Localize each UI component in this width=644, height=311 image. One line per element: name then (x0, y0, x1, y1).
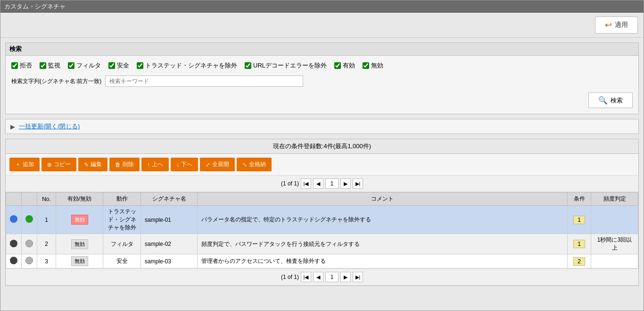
status-dot-blue (10, 215, 17, 223)
search-button[interactable]: 🔍 検索 (588, 92, 633, 108)
down-label: 下へ (181, 160, 192, 168)
next-page-button-bottom[interactable]: ▶ (340, 272, 351, 282)
search-row: 検索文字列(シグネチャ名:前方一致) (11, 76, 633, 87)
row1-condition: 1 (568, 206, 591, 234)
top-bar: ↩ 適用 (0, 13, 644, 38)
expand-all-button[interactable]: ⤢ 全展開 (200, 158, 235, 171)
row3-enable[interactable]: 無効 (56, 254, 103, 269)
checkbox-disabled-input[interactable] (363, 62, 369, 69)
bulk-update-arrow-icon: ▶ (10, 123, 15, 130)
bulk-update-label[interactable]: 一括更新(開く/閉じる) (19, 122, 80, 131)
checkbox-url-decode[interactable]: URLデコードエラーを除外 (245, 61, 327, 70)
first-page-button-bottom[interactable]: |◀ (301, 272, 311, 282)
checkbox-trusted[interactable]: トラステッド・シグネチャを除外 (137, 61, 237, 70)
prev-page-button-top[interactable]: ◀ (313, 178, 323, 189)
expand-label: 全展開 (212, 160, 229, 168)
last-page-button-bottom[interactable]: ▶| (353, 272, 363, 282)
checkbox-reject[interactable]: 拒否 (11, 61, 32, 70)
row2-action: フィルタ (103, 234, 141, 254)
bottom-page-info: (1 of 1) (281, 274, 299, 280)
add-button[interactable]: ＋ 追加 (9, 158, 40, 171)
table-panel: 現在の条件登録数:4件(最高1,000件) ＋ 追加 ⊕ コピー ✎ 編集 🗑 … (5, 139, 639, 286)
edit-button[interactable]: ✎ 編集 (78, 158, 107, 171)
copy-icon: ⊕ (47, 161, 52, 168)
move-up-button[interactable]: ↑ 上へ (141, 158, 169, 171)
row3-condition-badge: 2 (573, 257, 585, 266)
checkbox-monitor[interactable]: 監視 (40, 61, 60, 70)
add-label: 追加 (23, 160, 34, 168)
status-dot-green (25, 215, 33, 223)
row1-no: 1 (37, 206, 56, 234)
row1-comment: パラメータ名の指定で、特定のトラステッドシグネチャを除外する (198, 206, 568, 234)
checkbox-filter-label: フィルタ (76, 61, 101, 70)
col-condition: 条件 (568, 193, 591, 206)
row3-freq (591, 254, 638, 269)
checkbox-disabled[interactable]: 無効 (363, 61, 383, 70)
row3-sig: sample-03 (141, 254, 198, 269)
status-dot-dark2 (10, 257, 17, 264)
apply-label: 適用 (615, 21, 628, 29)
status-dot-dark (10, 240, 17, 247)
status-dot-gray (25, 240, 33, 247)
row1-enable[interactable]: 無効 (56, 206, 103, 234)
row1-condition-badge: 1 (573, 216, 585, 224)
add-icon: ＋ (15, 160, 21, 168)
up-label: 上へ (152, 160, 163, 168)
checkbox-enabled-input[interactable] (334, 62, 341, 69)
prev-page-button-bottom[interactable]: ◀ (313, 272, 323, 282)
data-table: No. 有効/無効 動作 シグネチャ名 コメント 条件 頻度判定 (6, 192, 638, 269)
delete-button[interactable]: 🗑 削除 (109, 158, 140, 171)
checkbox-trusted-input[interactable] (137, 62, 143, 69)
row2-comment: 頻度判定で、パスワードアタックを行う接続元をフィルタする (198, 234, 568, 254)
bulk-update-row[interactable]: ▶ 一括更新(開く/閉じる) (5, 119, 639, 134)
last-page-button-top[interactable]: ▶| (353, 178, 363, 189)
copy-button[interactable]: ⊕ コピー (41, 158, 76, 171)
checkbox-safe[interactable]: 安全 (108, 61, 129, 70)
checkbox-trusted-label: トラステッド・シグネチャを除外 (145, 61, 237, 70)
col-sig: シグネチャ名 (141, 193, 198, 206)
move-down-button[interactable]: ↓ 下へ (171, 158, 198, 171)
table-row[interactable]: 2 無効 フィルタ sample-02 頻度判定で、パスワードアタックを行う接続… (6, 234, 638, 254)
table-row[interactable]: 3 無効 安全 sample-03 管理者からのアクセスについて、検査を除外する… (6, 254, 638, 269)
row1-ctrl2 (22, 206, 37, 234)
row2-enable[interactable]: 無効 (56, 234, 103, 254)
checkboxes-row: 拒否 監視 フィルタ 安全 (11, 61, 633, 70)
page-number-input-bottom[interactable] (325, 272, 339, 282)
collapse-all-button[interactable]: ⤡ 全格納 (237, 158, 272, 171)
checkbox-enabled-label: 有効 (343, 61, 355, 70)
checkbox-filter[interactable]: フィルタ (68, 61, 101, 70)
checkbox-safe-input[interactable] (108, 62, 115, 69)
checkbox-reject-input[interactable] (11, 62, 18, 69)
row3-action: 安全 (103, 254, 141, 269)
row3-condition: 2 (568, 254, 591, 269)
row2-ctrl2 (22, 234, 37, 254)
row3-toggle[interactable]: 無効 (71, 256, 88, 266)
copy-label: コピー (54, 160, 71, 168)
toolbar: ＋ 追加 ⊕ コピー ✎ 編集 🗑 削除 ↑ 上へ (6, 154, 638, 175)
expand-icon: ⤢ (206, 161, 210, 168)
row1-toggle[interactable]: 無効 (71, 215, 88, 225)
page-number-input-top[interactable] (325, 178, 339, 189)
row2-toggle[interactable]: 無効 (71, 239, 88, 249)
table-row[interactable]: 1 無効 トラステッド・シグネチャを除外 sample-01 パラメータ名の指定… (6, 206, 638, 234)
checkbox-filter-input[interactable] (68, 62, 74, 69)
search-label: 検索文字列(シグネチャ名:前方一致) (11, 77, 101, 85)
row1-action: トラステッド・シグネチャを除外 (103, 206, 141, 234)
checkbox-url-decode-input[interactable] (245, 62, 251, 69)
next-page-button-top[interactable]: ▶ (340, 178, 351, 189)
checkbox-monitor-label: 監視 (48, 61, 60, 70)
col-no: No. (37, 193, 56, 206)
checkbox-url-decode-label: URLデコードエラーを除外 (253, 61, 327, 70)
main-window: カスタム・シグネチャ ↩ 適用 検索 拒否 監視 (0, 0, 644, 311)
collapse-icon: ⤡ (242, 161, 247, 168)
row1-freq (591, 206, 638, 234)
search-input[interactable] (105, 76, 303, 87)
checkbox-enabled[interactable]: 有効 (334, 61, 355, 70)
first-page-button-top[interactable]: |◀ (301, 178, 311, 189)
checkbox-monitor-input[interactable] (40, 62, 46, 69)
status-dot-gray2 (25, 257, 33, 264)
apply-button[interactable]: ↩ 適用 (595, 17, 638, 34)
row3-ctrl2 (22, 254, 37, 269)
content-area: 検索 拒否 監視 フィルタ (0, 38, 644, 291)
window-title: カスタム・シグネチャ (4, 3, 66, 10)
